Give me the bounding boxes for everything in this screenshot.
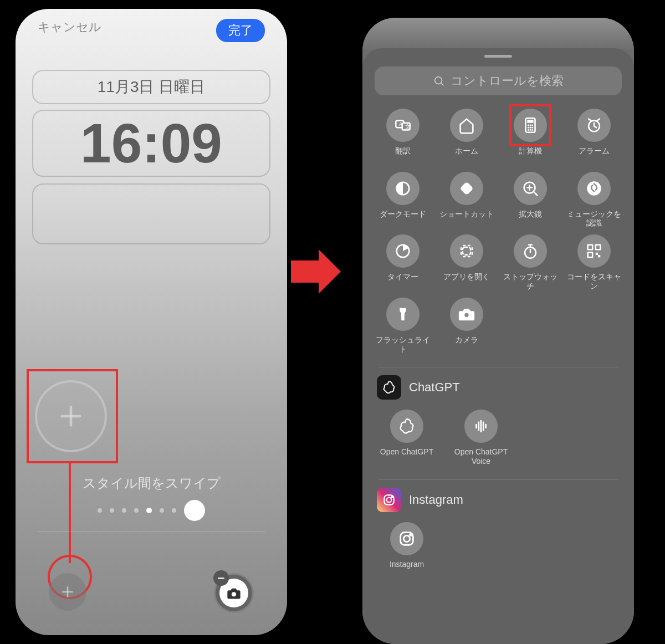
openapp-icon (450, 234, 483, 268)
svg-rect-43 (595, 245, 600, 250)
control-label: 翻訳 (395, 146, 411, 165)
app-item-label: Open ChatGPT Voice (453, 447, 509, 466)
chatgpt-row: Open ChatGPTOpen ChatGPT Voice (377, 410, 620, 466)
swipe-label: スタイル間をスワイプ (16, 474, 287, 492)
control-darkmode[interactable]: ダークモード (372, 172, 433, 228)
control-shortcuts[interactable]: ショートカット (436, 172, 497, 228)
svg-line-32 (533, 191, 537, 195)
control-label: フラッシュライト (372, 335, 433, 354)
svg-point-16 (531, 125, 533, 126)
arrow-icon (288, 244, 344, 299)
app-item-label: Open ChatGPT (380, 447, 434, 457)
control-label: カメラ (455, 335, 478, 354)
control-translate[interactable]: A文翻訳 (372, 109, 433, 165)
control-stopwatch[interactable]: ストップウォッチ (500, 234, 560, 291)
translate-icon: A文 (386, 109, 420, 142)
qr-icon (577, 234, 611, 268)
control-magnifier[interactable]: 拡大鏡 (500, 172, 560, 228)
control-home[interactable]: ホーム (436, 109, 497, 165)
control-label: 計算機 (519, 146, 542, 165)
search-input[interactable]: コントロールを検索 (375, 67, 622, 95)
top-bar: キャンセル 完了 (16, 9, 287, 42)
cancel-button[interactable]: キャンセル (38, 19, 101, 42)
calculator-icon (514, 109, 547, 142)
svg-point-48 (464, 312, 469, 318)
divider (38, 531, 265, 531)
svg-point-17 (528, 127, 529, 129)
page-dots[interactable] (16, 500, 287, 521)
instagram-section-header: Instagram (377, 488, 620, 512)
svg-rect-37 (462, 247, 470, 255)
date-widget[interactable]: 11月3日 日曜日 (32, 70, 270, 104)
instagram-row: Instagram (377, 522, 620, 569)
section-title: Instagram (409, 493, 463, 507)
camera-icon (450, 298, 483, 331)
control-alarm[interactable]: アラーム (564, 109, 624, 165)
control-label: ホーム (455, 146, 478, 165)
control-label: ミュージックを認識 (564, 209, 624, 228)
shortcut-icon (450, 172, 483, 205)
color-dot[interactable] (184, 500, 205, 521)
control-qrcode[interactable]: コードをスキャン (564, 234, 624, 291)
svg-point-15 (529, 125, 531, 126)
controls-sheet-screen: コントロールを検索 A文翻訳ホーム計算機アラームダークモードショートカット拡大鏡… (362, 18, 634, 644)
darkmode-icon (386, 172, 420, 205)
control-label: ストップウォッチ (500, 272, 560, 291)
svg-text:文: 文 (405, 124, 411, 130)
control-flashlight[interactable]: フラッシュライト (372, 298, 433, 354)
divider (378, 479, 618, 480)
chatgpt-item-0[interactable]: Open ChatGPT (379, 410, 434, 466)
chatgpt-section: ChatGPT Open ChatGPTOpen ChatGPT Voice (362, 375, 634, 466)
shazam-icon (577, 172, 611, 205)
done-button[interactable]: 完了 (216, 19, 265, 42)
flashlight-icon (386, 298, 420, 331)
control-camera[interactable]: カメラ (436, 298, 497, 354)
svg-rect-44 (587, 253, 592, 258)
voice-icon (464, 410, 498, 443)
control-timer[interactable]: タイマー (372, 234, 433, 291)
home-icon (450, 109, 483, 142)
camera-shortcut[interactable] (214, 573, 254, 613)
svg-rect-46 (598, 255, 600, 257)
svg-point-21 (529, 129, 531, 131)
svg-rect-13 (527, 120, 533, 123)
svg-point-47 (402, 314, 403, 315)
svg-line-26 (589, 119, 591, 121)
sheet-grabber[interactable] (484, 55, 512, 58)
chatgpt-item-1[interactable]: Open ChatGPT Voice (453, 410, 509, 466)
remove-shortcut-icon[interactable] (213, 570, 229, 586)
annotation-highlight (509, 104, 551, 146)
chatgpt-icon (390, 410, 423, 443)
control-calculator[interactable]: 計算機 (500, 109, 560, 165)
time-widget[interactable]: 16:09 (32, 110, 270, 177)
bottom-shortcuts (16, 573, 287, 613)
plus-icon (59, 584, 76, 600)
timer-icon (386, 234, 420, 268)
control-shazam[interactable]: ミュージックを認識 (564, 172, 624, 228)
add-shortcut-button[interactable] (49, 573, 86, 611)
chatgpt-app-icon (377, 375, 401, 400)
svg-point-6 (435, 77, 442, 84)
annotation-box (27, 369, 118, 463)
widget-slot[interactable] (32, 183, 270, 244)
svg-rect-45 (595, 253, 597, 255)
control-label: コードをスキャン (564, 272, 624, 291)
svg-rect-42 (587, 245, 592, 250)
svg-point-55 (387, 498, 392, 503)
instagram-app-icon (377, 488, 401, 512)
alarm-icon (577, 109, 611, 142)
svg-point-14 (528, 125, 529, 126)
control-label: ショートカット (439, 209, 494, 228)
search-placeholder: コントロールを検索 (451, 73, 564, 89)
magnifier-icon (514, 172, 547, 205)
controls-grid: A文翻訳ホーム計算機アラームダークモードショートカット拡大鏡ミュージックを認識タ… (362, 95, 634, 354)
instagram-item-0[interactable]: Instagram (379, 522, 434, 569)
control-openapp[interactable]: アプリを開く (436, 234, 497, 291)
svg-line-27 (597, 119, 599, 121)
controls-sheet: コントロールを検索 A文翻訳ホーム計算機アラームダークモードショートカット拡大鏡… (362, 48, 634, 644)
svg-point-4 (232, 592, 236, 596)
instagram-icon (390, 522, 423, 555)
svg-point-20 (528, 129, 529, 131)
lockscreen-editor: キャンセル 完了 11月3日 日曜日 16:09 スタイル間をスワイプ (16, 9, 287, 635)
svg-line-25 (594, 126, 596, 127)
